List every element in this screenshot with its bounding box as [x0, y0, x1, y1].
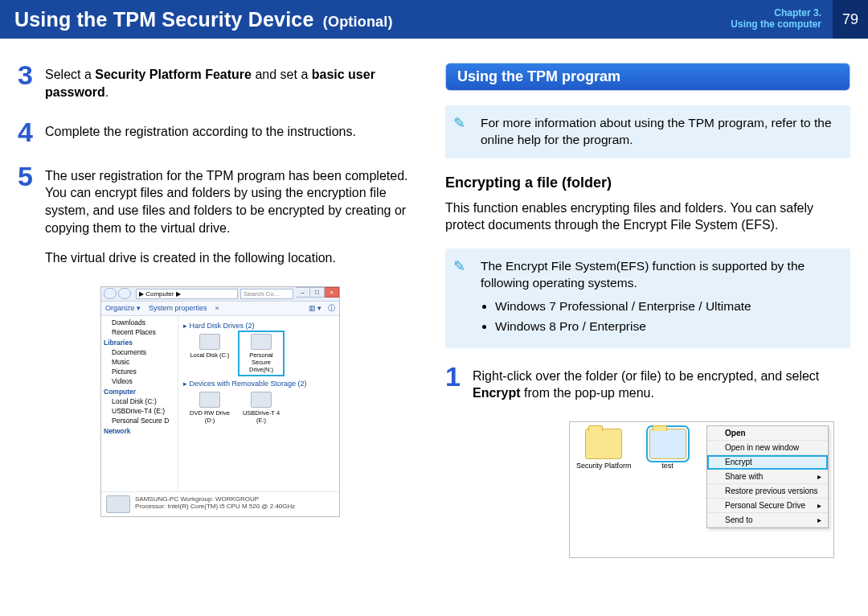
search-input[interactable]: Search Co... [240, 289, 293, 299]
note-text: For more information about using the TPM… [481, 116, 832, 146]
sidebar-pictures[interactable]: Pictures [104, 368, 175, 376]
page-header: Using the TPM Security Device (Optional)… [0, 0, 868, 39]
note2-list: Windows 7 Professional / Enterprise / Ul… [481, 298, 839, 335]
sidebar-libraries[interactable]: Libraries [104, 339, 175, 347]
drive-dvd[interactable]: DVD RW Drive (D:) [190, 392, 230, 424]
sidebar-music[interactable]: Music [104, 358, 175, 366]
explorer-screenshot: ▶ Computer ▶ Search Co... – □ × Organize… [100, 286, 340, 517]
minimize-button[interactable]: – [296, 287, 310, 298]
sidebar-recent[interactable]: Recent Places [104, 328, 175, 336]
sidebar-psd[interactable]: Personal Secure D [104, 417, 175, 425]
step-body: The user registration for the TPM progra… [45, 164, 423, 267]
explorer-main: ▸ Hard Disk Drives (2) Local Disk (C:) P… [178, 316, 339, 491]
drive-icon [199, 392, 220, 408]
info-note-1: ✎ For more information about using the T… [445, 105, 850, 158]
step-number: 5 [18, 164, 39, 267]
drive-icon [199, 334, 220, 350]
menu-psd[interactable]: Personal Secure Drive▸ [707, 499, 828, 513]
group-hdd: ▸ Hard Disk Drives (2) [183, 322, 334, 330]
step-number: 1 [445, 364, 466, 402]
sidebar-downloads[interactable]: Downloads [104, 318, 175, 326]
step-text: The user registration for the TPM progra… [45, 169, 407, 235]
sidebar-network[interactable]: Network [104, 427, 175, 435]
folder-icon [585, 429, 622, 459]
menu-share-with[interactable]: Share with▸ [707, 470, 828, 484]
view-icons[interactable]: ▥ ▾ ⓘ [309, 303, 335, 314]
sidebar-localdisk[interactable]: Local Disk (C:) [104, 397, 175, 405]
title-optional: (Optional) [323, 14, 393, 30]
chapter-line1: Chapter 3. [731, 8, 821, 19]
explorer-sidebar: Downloads Recent Places Libraries Docume… [101, 316, 178, 491]
group-removable: ▸ Devices with Removable Storage (2) [183, 380, 334, 388]
back-button[interactable] [104, 288, 117, 299]
system-properties-button[interactable]: System properties [149, 304, 207, 312]
forward-button[interactable] [118, 288, 131, 299]
note2-item: Windows 8 Pro / Enterprise [495, 318, 839, 335]
details-line2: Processor: Intel(R) Core(TM) i5 CPU M 52… [135, 503, 295, 510]
subheading-encrypting: Encrypting a file (folder) [445, 175, 850, 191]
menu-open-new-window[interactable]: Open in new window [707, 441, 828, 455]
left-column: 3 Select a Security Platform Feature and… [18, 63, 423, 558]
sidebar-documents[interactable]: Documents [104, 348, 175, 356]
address-bar[interactable]: ▶ Computer ▶ [136, 289, 238, 299]
step-body: Right-click over the folder (or file) to… [473, 364, 850, 402]
right-column: Using the TPM program ✎ For more informa… [445, 63, 850, 558]
sidebar-computer[interactable]: Computer [104, 388, 175, 396]
section-heading: Using the TPM program [445, 63, 850, 91]
drive-local[interactable]: Local Disk (C:) [190, 334, 230, 373]
maximize-button[interactable]: □ [310, 287, 325, 298]
title-text: Using the TPM Security Device [14, 8, 314, 31]
toolbar-more[interactable]: » [215, 304, 219, 312]
chapter-line2: Using the computer [731, 19, 821, 31]
step-1-right: 1 Right-click over the folder (or file) … [445, 364, 850, 402]
step-body: Complete the registration according to t… [45, 120, 356, 145]
context-menu: Open Open in new window Encrypt Share wi… [706, 425, 829, 528]
sidebar-videos[interactable]: Videos [104, 377, 175, 385]
computer-icon [106, 495, 130, 513]
details-line1: SAMSUNG-PC Workgroup: WORKGROUP [135, 495, 295, 503]
folder-icon [649, 429, 686, 459]
info-note-2: ✎ The Encrypt File System(EFS) function … [445, 248, 850, 348]
drive-usb[interactable]: USBDrive-T 4 (E:) [241, 392, 281, 424]
step-body: Select a Security Platform Feature and s… [45, 63, 423, 101]
step-5: 5 The user registration for the TPM prog… [18, 164, 423, 267]
para-efs: This function enables encrypting files a… [445, 199, 850, 234]
close-button[interactable]: × [325, 287, 339, 298]
step-3: 3 Select a Security Platform Feature and… [18, 63, 423, 101]
step-number: 3 [18, 63, 39, 101]
note-icon: ✎ [453, 113, 465, 133]
explorer-details-pane: SAMSUNG-PC Workgroup: WORKGROUP Processo… [101, 491, 339, 516]
folder-test[interactable]: test [649, 429, 686, 470]
menu-encrypt[interactable]: Encrypt [707, 455, 828, 470]
note2-intro: The Encrypt File System(EFS) function is… [481, 259, 805, 290]
organize-menu[interactable]: Organize ▾ [105, 304, 141, 312]
sidebar-usbdrive[interactable]: USBDrive-T4 (E:) [104, 407, 175, 415]
page-number-badge: 79 [833, 0, 868, 39]
header-right: Chapter 3. Using the computer 79 [731, 0, 868, 39]
drive-icon [251, 334, 272, 350]
drive-icon [251, 392, 272, 408]
folder-security-platform[interactable]: Security Platform [576, 429, 632, 470]
page-title: Using the TPM Security Device (Optional) [14, 8, 393, 31]
step-4: 4 Complete the registration according to… [18, 120, 423, 145]
drive-psd[interactable]: Personal Secure Drive(N:) [241, 334, 281, 373]
menu-open[interactable]: Open [707, 426, 828, 441]
menu-send-to[interactable]: Send to▸ [707, 513, 828, 528]
menu-restore[interactable]: Restore previous versions [707, 484, 828, 499]
note2-item: Windows 7 Professional / Enterprise / Ul… [495, 298, 839, 315]
chapter-block: Chapter 3. Using the computer [731, 8, 828, 31]
context-menu-screenshot: Security Platform test Open Open in new … [569, 421, 834, 558]
step-extra: The virtual drive is created in the foll… [45, 249, 423, 267]
note-icon: ✎ [453, 257, 465, 276]
step-number: 4 [18, 120, 39, 145]
